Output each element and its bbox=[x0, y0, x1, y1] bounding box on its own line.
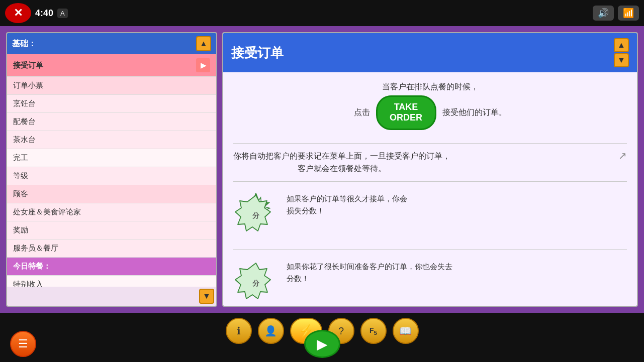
intro-section: 当客户在排队点餐的时候， 点击 TAKE ORDER 接受他们的订单。 bbox=[233, 80, 627, 134]
score-badge-2: 分 bbox=[233, 261, 279, 306]
top-bar-right: 🔊 📶 bbox=[593, 6, 639, 21]
menu-item-label: 奖励 bbox=[13, 225, 28, 235]
para2-line1: 你将自动把客户的要求记在菜单上面，一旦接受客户的订单， bbox=[233, 150, 450, 163]
right-scroll-buttons: ▲ ▼ bbox=[614, 38, 629, 67]
book-button[interactable]: 📖 bbox=[393, 318, 419, 344]
menu-item-label: 今日特餐： bbox=[13, 262, 51, 271]
right-panel-header: 接受订单 ▲ ▼ bbox=[223, 33, 637, 72]
menu-item-extra-income[interactable]: 特别收入 bbox=[7, 276, 216, 287]
right-scroll-down-btn[interactable]: ▼ bbox=[614, 53, 629, 67]
left-scroll-down-btn[interactable]: ▼ bbox=[199, 289, 214, 304]
svg-text:分: 分 bbox=[252, 211, 260, 219]
battery-icon: A bbox=[57, 9, 68, 18]
close-button[interactable]: ✕ bbox=[5, 3, 31, 23]
left-panel: 基础： ▲ 接受订单 ▶ 订单小票 烹饪台 配餐台 茶 bbox=[6, 32, 217, 307]
take-order-button[interactable]: TAKE ORDER bbox=[376, 95, 436, 130]
take-order-row: 点击 TAKE ORDER 接受他们的订单。 bbox=[354, 95, 507, 130]
menu-item-label: 顾客 bbox=[13, 189, 28, 199]
left-header-label: 基础： bbox=[12, 39, 36, 49]
line2-pre-text: 点击 bbox=[354, 106, 370, 119]
warning2-text: 如果你花了很长时间准备客户的订单，你也会失去 分数！ bbox=[287, 261, 452, 285]
menu-item-label: 配餐台 bbox=[13, 117, 36, 127]
play-icon: ▶ bbox=[317, 336, 328, 352]
warning1-section: 分 如果客户的订单等很久才接单，你会 损失分数！ bbox=[233, 188, 627, 243]
take-order-label: TAKE ORDER bbox=[390, 102, 422, 124]
menu-item-label: 烹饪台 bbox=[13, 99, 36, 108]
auto-order-section: 你将自动把客户的要求记在菜单上面，一旦接受客户的订单， 客户就会在领餐处等待。 … bbox=[233, 150, 627, 175]
time-display: 4:40 bbox=[35, 8, 53, 19]
svg-text:分: 分 bbox=[252, 279, 260, 287]
menu-item-kitchen[interactable]: 烹饪台 bbox=[7, 95, 216, 113]
menu-item-label: 茶水台 bbox=[13, 135, 36, 145]
bottom-bar: ℹ 👤 ⚡ ? F5 📖 ▶ ☰ bbox=[0, 313, 644, 362]
menu-item-label: 特别收入 bbox=[13, 280, 43, 287]
menu-item-receipt[interactable]: 订单小票 bbox=[7, 77, 216, 95]
intro-line1: 当客户在排队点餐的时候， bbox=[382, 80, 479, 93]
menu-item-plating[interactable]: 配餐台 bbox=[7, 113, 216, 131]
divider-2 bbox=[233, 181, 627, 182]
warn2-line1: 如果你花了很长时间准备客户的订单，你也会失去 bbox=[287, 261, 452, 273]
warning1-text: 如果客户的订单等很久才接单，你会 损失分数！ bbox=[287, 193, 407, 217]
divider-3 bbox=[233, 249, 627, 250]
main-content: 基础： ▲ 接受订单 ▶ 订单小票 烹饪台 配餐台 茶 bbox=[0, 26, 644, 313]
menu-button[interactable]: ☰ bbox=[10, 331, 36, 357]
cursor-icon: ↗ bbox=[618, 150, 627, 162]
auto-order-text-block: 你将自动把客户的要求记在菜单上面，一旦接受客户的订单， 客户就会在领餐处等待。 bbox=[233, 150, 450, 175]
close-icon: ✕ bbox=[14, 7, 23, 20]
right-panel-content: 当客户在排队点餐的时候， 点击 TAKE ORDER 接受他们的订单。 你 bbox=[223, 72, 637, 306]
right-panel-title: 接受订单 bbox=[231, 44, 284, 62]
left-scroll-up-btn[interactable]: ▲ bbox=[196, 36, 211, 51]
info-icon: ℹ bbox=[237, 325, 241, 337]
divider-1 bbox=[233, 143, 627, 144]
menu-item-drinks[interactable]: 茶水台 bbox=[7, 131, 216, 149]
play-icon[interactable]: ▶ bbox=[196, 58, 210, 72]
top-bar: ✕ 4:40 A 🔊 📶 bbox=[0, 0, 644, 26]
help-icon: ? bbox=[338, 325, 344, 337]
warn2-line2: 分数！ bbox=[287, 273, 452, 285]
wifi-icon[interactable]: 📶 bbox=[618, 6, 639, 21]
score-badge-1: 分 bbox=[233, 193, 279, 238]
warning2-section: 分 如果你花了很长时间准备客户的订单，你也会失去 分数！ bbox=[233, 256, 627, 306]
menu-item-label: 订单小票 bbox=[13, 81, 43, 90]
menu-item-rewards[interactable]: 奖励 bbox=[7, 221, 216, 239]
book-icon: 📖 bbox=[399, 325, 412, 337]
play-button[interactable]: ▶ bbox=[304, 330, 340, 358]
info-button[interactable]: ℹ bbox=[226, 318, 252, 344]
f5-button[interactable]: F5 bbox=[360, 318, 387, 344]
user-button[interactable]: 👤 bbox=[258, 318, 284, 344]
sound-icon[interactable]: 🔊 bbox=[593, 6, 614, 21]
menu-item-accept-order[interactable]: 接受订单 ▶ bbox=[7, 54, 216, 77]
f5-icon: F5 bbox=[370, 326, 377, 336]
user-icon: 👤 bbox=[264, 325, 277, 337]
menu-item-label: 服务员＆餐厅 bbox=[13, 244, 58, 253]
menu-item-customers[interactable]: 顾客 bbox=[7, 185, 216, 203]
right-panel: 接受订单 ▲ ▼ 当客户在排队点餐的时候， 点击 TAKE ORDER bbox=[222, 32, 638, 307]
menu-item-label: 处女座＆美食评论家 bbox=[13, 207, 81, 217]
menu-item-virgo[interactable]: 处女座＆美食评论家 bbox=[7, 203, 216, 221]
left-scroll-bottom: ▼ bbox=[7, 287, 216, 306]
menu-item-label: 等级 bbox=[13, 171, 28, 181]
menu-item-grade[interactable]: 等级 bbox=[7, 167, 216, 185]
left-panel-inner: 基础： ▲ 接受订单 ▶ 订单小票 烹饪台 配餐台 茶 bbox=[7, 33, 216, 306]
menu-icon: ☰ bbox=[18, 337, 28, 350]
left-panel-header: 基础： ▲ bbox=[7, 33, 216, 54]
menu-item-complete[interactable]: 完工 bbox=[7, 149, 216, 167]
menu-item-staff[interactable]: 服务员＆餐厅 bbox=[7, 239, 216, 258]
menu-item-label: 完工 bbox=[13, 153, 28, 163]
menu-item-specials-header[interactable]: 今日特餐： bbox=[7, 258, 216, 276]
warn1-line2: 损失分数！ bbox=[287, 205, 407, 217]
menu-item-label: 接受订单 bbox=[13, 61, 43, 70]
line2-post-text: 接受他们的订单。 bbox=[442, 106, 507, 119]
left-items-container: 接受订单 ▶ 订单小票 烹饪台 配餐台 茶水台 完工 bbox=[7, 54, 216, 287]
para2-line2: 客户就会在领餐处等待。 bbox=[233, 162, 450, 175]
right-scroll-up-btn[interactable]: ▲ bbox=[614, 38, 629, 52]
top-bar-left: ✕ 4:40 A bbox=[5, 3, 68, 23]
warn1-line1: 如果客户的订单等很久才接单，你会 bbox=[287, 193, 407, 205]
